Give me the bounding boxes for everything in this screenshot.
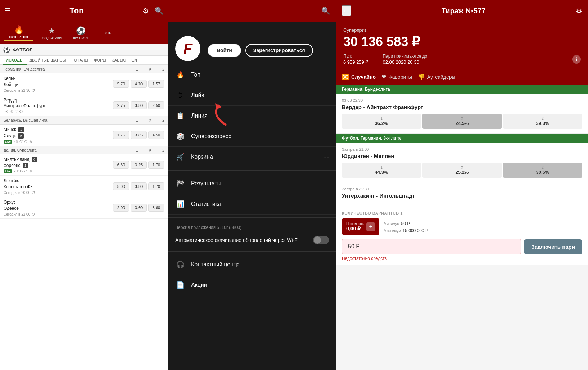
match-time: Сегодня в 20:00 ⏱ — [4, 191, 113, 195]
max-value: 15 000 000 Р — [403, 228, 428, 233]
app-logo: F — [175, 36, 200, 61]
match-info: Орхус Оденсе Сегодня в 22:00 ⏱ — [4, 199, 113, 216]
odd-x[interactable]: 3.60 — [131, 204, 147, 212]
clock-icon: ⏱ — [32, 89, 35, 92]
tab-football[interactable]: ⚽ ФУТБОЛ — [66, 25, 95, 41]
line-menu-icon: 📋 — [175, 111, 185, 121]
se-odd-2-1[interactable]: 1 44.3% — [342, 163, 421, 178]
match-info: Вердер Айнтрахт Франкфурт 03.06 22:30 — [4, 97, 113, 114]
menu-item-top[interactable]: 🔥 Топ — [168, 65, 336, 85]
menu-item-basket[interactable]: 🛒 Корзина - - — [168, 147, 336, 167]
menu-item-live[interactable]: ⏱ Лайв — [168, 85, 336, 106]
menu-label-stats: Статистика — [191, 201, 221, 207]
panel3-title: Тираж №577 — [442, 7, 486, 15]
menu-label-line: Линия — [191, 113, 208, 119]
search-icon[interactable]: 🔍 — [155, 6, 164, 15]
match-time: Сегодня в 22:00 ⏱ — [4, 212, 113, 216]
odd-1[interactable]: 1.75 — [113, 131, 129, 139]
header-search-icon[interactable]: 🔍 — [321, 6, 330, 15]
clock-icon: ⏱ — [32, 212, 35, 216]
se-odd-1-1[interactable]: 1 36.2% — [342, 114, 421, 129]
wifi-label: Автоматическое скачивание обновлений чер… — [175, 237, 313, 243]
se-odd-2-2[interactable]: 2 30.5% — [503, 163, 582, 178]
sub-tab-double[interactable]: ДВОЙНЫЕ ШАНСЫ — [27, 56, 69, 65]
odd-1[interactable]: 2.75 — [113, 101, 129, 109]
contact-menu-icon: 🎧 — [175, 260, 185, 270]
menu-item-results[interactable]: 🏁 Результаты — [168, 173, 336, 194]
panel1-header: ☰ Топ ⚙ 🔍 — [0, 0, 168, 22]
se-odd-1-x[interactable]: X 24.5% — [422, 114, 502, 129]
odd-1[interactable]: 6.30 — [113, 161, 129, 169]
odd-x[interactable]: 4.70 — [131, 80, 147, 88]
menu-divider-2 — [168, 217, 336, 218]
wifi-toggle[interactable] — [313, 236, 329, 244]
odd-1[interactable]: 2.00 — [113, 204, 129, 212]
league-header-bundesliga: Германия. Бундеслига 1 X 2 — [0, 65, 168, 73]
logo-letter: F — [184, 41, 192, 57]
menu-item-promo[interactable]: 📄 Акции — [168, 275, 336, 295]
se-odds-row-1: 1 36.2% X 24.5% 2 39.3% — [342, 114, 582, 129]
sub-tab-fory[interactable]: ФОРЫ — [91, 56, 109, 65]
filter-tab-random[interactable]: 🔀 Случайно — [342, 73, 376, 80]
outsiders-icon: 👎 — [418, 73, 425, 80]
se-match-time-2: Завтра в 21:00 — [342, 147, 582, 152]
place-bet-button[interactable]: Заключить пари — [524, 239, 582, 254]
odd-x[interactable]: 3.85 — [131, 131, 147, 139]
fire-icon: 🔥 — [14, 25, 24, 35]
back-button[interactable]: ← — [342, 5, 351, 16]
live-badge: Live — [4, 140, 12, 144]
replenish-button[interactable]: Пополнить 0,00 ₽ + — [342, 218, 379, 235]
odd-1[interactable]: 5.70 — [113, 80, 129, 88]
menu-item-line[interactable]: 📋 Линия — [168, 106, 336, 126]
panel1-title: Топ — [70, 6, 84, 15]
bet-amount-input[interactable] — [342, 239, 521, 254]
odd-1[interactable]: 5.00 — [113, 182, 129, 190]
score2: 1 — [23, 163, 28, 168]
login-button[interactable]: Войти — [208, 44, 241, 57]
odd-2[interactable]: 2.50 — [148, 101, 164, 109]
odd-2[interactable]: 1.70 — [148, 161, 164, 169]
tab-supertop[interactable]: 🔥 СУПЕРТОП — [0, 24, 37, 42]
panel3-settings-icon[interactable]: ⚙ — [576, 6, 582, 15]
variants-label: КОЛИЧЕСТВО ВАРИАНТОВ 1 — [342, 211, 582, 215]
basket-menu-icon: 🛒 — [175, 152, 185, 162]
odd-x[interactable]: 3.25 — [131, 161, 147, 169]
odd-2[interactable]: 1.57 — [148, 80, 164, 88]
score1: 0 — [32, 157, 37, 162]
table-row: Вердер Айнтрахт Франкфурт 03.06 22:30 2.… — [0, 95, 168, 117]
version-text: Версия приложения 5.8.0r (5800) — [168, 221, 336, 232]
tab-picks[interactable]: ★ ПОДБОРКИ — [37, 25, 66, 41]
menu-icon[interactable]: ☰ — [4, 6, 11, 15]
sub-tab-totals[interactable]: ТОТАЛЫ — [69, 56, 91, 65]
menu-item-stats[interactable]: 📊 Статистика — [168, 194, 336, 215]
odd-x[interactable]: 3.50 — [131, 101, 147, 109]
menu-item-contact[interactable]: 🎧 Контактный центр — [168, 254, 336, 275]
se-match-time-3: Завтра в 22:30 — [342, 187, 582, 191]
se-odd-2-x[interactable]: X 25.2% — [422, 163, 502, 178]
menu-items: 🔥 Топ ⏱ Лайв 📋 Линия 🎲 Суперэкспресс 🛒 К… — [168, 65, 336, 370]
info-icon[interactable]: ℹ — [572, 55, 581, 64]
odd-x[interactable]: 3.80 — [131, 182, 147, 190]
menu-panel: 🔍 F Войти Зарегистрироваться 🔥 Топ ⏱ Лай… — [168, 0, 336, 370]
odd-2[interactable]: 4.50 — [148, 131, 164, 139]
menu-divider — [168, 170, 336, 171]
filter-tab-outsiders[interactable]: 👎 Аутсайдеры — [418, 73, 456, 80]
odd-2[interactable]: 1.70 — [148, 182, 164, 190]
bet-limits: Минимум 50 Р Максимум 15 000 000 Р — [384, 220, 428, 234]
filter-icon[interactable]: ⚙ — [143, 6, 149, 15]
se-match-teams-2: Юрдинген - Меппен — [342, 153, 582, 159]
superexpress-menu-icon: 🎲 — [175, 131, 185, 141]
se-odd-1-2[interactable]: 2 39.3% — [503, 114, 582, 129]
match-teams: Орхус Оденсе — [4, 199, 113, 212]
menu-item-superexpress[interactable]: 🎲 Суперэкспресс — [168, 126, 336, 147]
odd-2[interactable]: 3.60 — [148, 204, 164, 212]
match-list: Германия. Бундеслига 1 X 2 Кельн Лейпциг… — [0, 65, 168, 370]
sub-tab-goal[interactable]: ЗАБЬЮТ ГОЛ — [109, 56, 140, 65]
sub-tab-outcomes[interactable]: ИСХОДЫ — [3, 56, 27, 65]
clock-icon: ⏱ — [24, 169, 28, 173]
register-button[interactable]: Зарегистрироваться — [245, 44, 313, 57]
filter-tab-favorites[interactable]: ❤ Фавориты — [381, 73, 412, 80]
tab-more[interactable]: ХО... — [95, 30, 124, 36]
max-label: Максимум — [384, 229, 401, 233]
random-icon: 🔀 — [342, 73, 349, 80]
